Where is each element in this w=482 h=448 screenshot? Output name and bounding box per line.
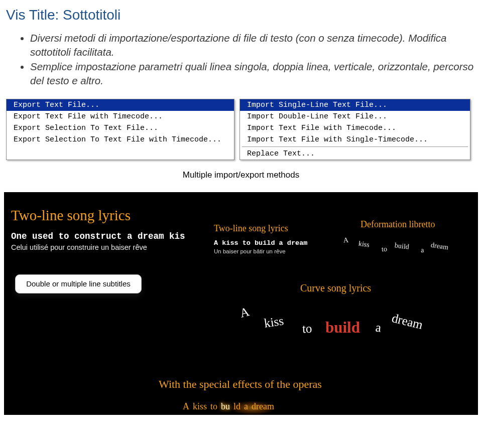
fx-word: A (183, 401, 189, 412)
menus-row: Export Text File... Export Text File wit… (0, 99, 482, 160)
subtitle2-line2: Un baiser pour bâtir un rêve (214, 248, 286, 254)
import-menu[interactable]: Import Single-Line Text File... Import D… (239, 99, 470, 160)
menu-item-import-timecode[interactable]: Import Text File with Timecode... (240, 122, 470, 134)
special-effects-caption: With the special effects of the operas (159, 378, 322, 391)
subtitle1-title: Two-line song lyrics (11, 207, 131, 224)
page-title: Vis Title: Sottotitoli (0, 0, 482, 28)
curve-word: a (420, 246, 424, 254)
curve-word: dream (430, 241, 449, 251)
multi-line-subtitle-label: Double or multiple line subtitles (15, 274, 142, 293)
menu-item-replace-text[interactable]: Replace Text... (240, 148, 470, 160)
menu-item-import-single-line[interactable]: Import Single-Line Text File... (240, 99, 470, 111)
curve-word: kiss (263, 314, 284, 330)
curve-word: to (381, 245, 387, 253)
subtitle3-curve: A kiss to build a dream (340, 227, 466, 257)
feature-bullet-list: Diversi metodi di importazione/esportazi… (0, 28, 482, 99)
menu-divider (242, 146, 468, 147)
caption-import-export: Multiple import/export methods (0, 160, 482, 192)
curve-word: A (343, 236, 348, 244)
curve-word: build (394, 241, 410, 251)
bullet-item: Diversi metodi di importazione/esportazi… (30, 31, 476, 59)
fx-word: kiss (193, 401, 207, 412)
menu-item-export-timecode[interactable]: Export Text File with Timecode... (7, 111, 234, 122)
special-effects-lyrics: A kiss to bu ld a dream (183, 401, 274, 412)
bullet-item: Semplice impostazione parametri quali li… (30, 60, 476, 87)
fx-word: a (244, 401, 248, 412)
curve-word: a (375, 320, 382, 335)
curve-word: A (238, 305, 251, 321)
fx-word: dream (252, 401, 274, 412)
subtitle1-line2: Celui utilisé pour construire un baiser … (11, 243, 147, 251)
curve-word: kiss (358, 239, 370, 249)
curve-word: dream (391, 311, 424, 332)
curve-word: to (302, 321, 312, 336)
subtitle1-line1: One used to construct a dream kis (11, 231, 185, 241)
curve-lyrics: A kiss to build a dream (240, 292, 461, 348)
export-menu[interactable]: Export Text File... Export Text File wit… (6, 99, 234, 160)
fx-word: ld (233, 401, 240, 412)
curve-word-highlight: build (325, 319, 360, 337)
subtitle2-line1: A kiss to build a dream (214, 239, 307, 247)
menu-item-export-selection-timecode[interactable]: Export Selection To Text File with Timec… (7, 134, 234, 145)
fx-word-highlight: bu (221, 401, 230, 412)
menu-item-import-double-line[interactable]: Import Double-Line Text File... (240, 111, 470, 122)
menu-item-import-single-timecode[interactable]: Import Text File with Single-Timecode... (240, 134, 470, 145)
menu-item-export-selection[interactable]: Export Selection To Text File... (7, 122, 234, 134)
subtitle2-title: Two-line song lyrics (214, 223, 288, 234)
subtitle-preview-area: Two-line song lyrics One used to constru… (4, 192, 478, 415)
fx-word: to (210, 401, 217, 412)
menu-item-export-text[interactable]: Export Text File... (7, 99, 234, 111)
